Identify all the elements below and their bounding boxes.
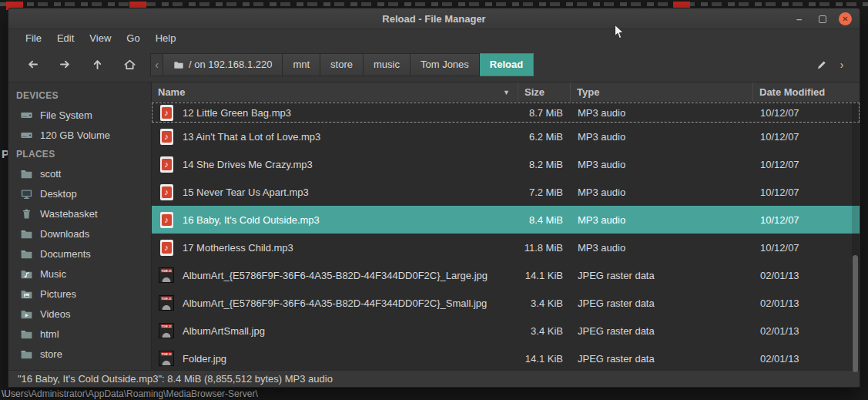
mouse-cursor	[614, 24, 625, 40]
music-folder-icon	[20, 267, 33, 281]
home-button[interactable]	[113, 52, 146, 77]
drive-icon	[20, 129, 33, 142]
breadcrumb-label: / on 192.168.1.220	[189, 59, 272, 70]
breadcrumb-store[interactable]: store	[320, 53, 364, 76]
file-date: 10/12/07	[753, 131, 860, 143]
file-type: MP3 audio	[571, 159, 753, 170]
status-text: "16 Baby, It's Cold Outside.mp3": 8.4 Mi…	[18, 373, 333, 385]
menu-edit[interactable]: Edit	[49, 29, 82, 47]
sidebar-item-label: html	[40, 328, 59, 340]
sidebar-item-120gb-volume[interactable]: 120 GB Volume	[8, 125, 151, 145]
file-row[interactable]: ♪15 Never Tear Us Apart.mp3 7.2 MiB MP3 …	[152, 178, 860, 206]
file-date: 02/01/13	[753, 270, 860, 281]
file-size: 8.4 MiB	[518, 214, 571, 226]
title-bar[interactable]: Reload - File Manager – ✕	[8, 8, 860, 29]
menu-view[interactable]: View	[82, 29, 119, 47]
album-art-thumbnail-icon: TOM JONES	[158, 267, 175, 283]
folder-icon	[20, 227, 33, 240]
column-header-type[interactable]: Type	[571, 82, 753, 102]
audio-file-icon: ♪	[158, 156, 175, 173]
file-row[interactable]: ♪13 Ain't That a Lot of Love.mp3 6.2 MiB…	[152, 123, 860, 150]
folder-icon	[20, 328, 33, 341]
trash-icon	[20, 207, 33, 220]
folder-icon	[173, 59, 184, 70]
sidebar-item-label: Documents	[40, 248, 91, 260]
forward-button[interactable]	[49, 52, 81, 77]
menu-help[interactable]: Help	[148, 29, 184, 47]
sidebar-item-store[interactable]: store	[8, 344, 151, 364]
file-list-pane: Name ▼ Size Type Date Modified ♪12 Littl…	[152, 82, 860, 370]
file-row[interactable]: ♪14 She Drives Me Crazy.mp3 8.2 MiB MP3 …	[152, 150, 860, 178]
file-size: 14.1 KiB	[518, 270, 571, 281]
sidebar-item-file-system[interactable]: File System	[8, 105, 151, 125]
background-path-text: \Users\Administrator\AppData\Roaming\Med…	[2, 388, 258, 399]
maximize-button[interactable]	[816, 12, 829, 25]
file-row-selected[interactable]: ♪16 Baby, It's Cold Outside.mp3 8.4 MiB …	[152, 206, 860, 234]
home-icon	[123, 58, 136, 71]
sidebar-item-documents[interactable]: Documents	[8, 244, 151, 264]
file-row[interactable]: TOM JONESFolder.jpg 14.1 KiB JPEG raster…	[152, 345, 860, 370]
column-header-size[interactable]: Size	[518, 82, 571, 102]
file-date: 10/12/07	[753, 159, 860, 170]
main-area: DEVICES File System 120 GB Volume PLACES…	[8, 82, 860, 370]
sidebar-item-desktop[interactable]: Desktop	[8, 183, 151, 203]
file-name: 16 Baby, It's Cold Outside.mp3	[183, 214, 320, 226]
back-button[interactable]	[16, 52, 49, 77]
file-name: AlbumArtSmall.jpg	[183, 325, 265, 337]
sidebar-item-downloads[interactable]: Downloads	[8, 224, 151, 244]
album-art-thumbnail-icon: TOM JONES	[158, 295, 175, 311]
up-button[interactable]	[81, 52, 113, 77]
sidebar-item-html[interactable]: html	[8, 324, 151, 344]
pencil-icon	[816, 59, 828, 71]
sidebar-item-label: Music	[40, 268, 66, 280]
file-row[interactable]: TOM JONESAlbumArt_{E5786F9F-36F6-4A35-B8…	[152, 289, 860, 317]
audio-file-icon: ♪	[158, 212, 175, 228]
sidebar-item-videos[interactable]: Videos	[8, 304, 151, 324]
sidebar-item-label: Downloads	[40, 228, 89, 240]
sidebar-item-scott[interactable]: scott	[8, 163, 151, 183]
file-size: 3.4 KiB	[518, 297, 571, 309]
folder-icon	[20, 247, 33, 261]
file-type: JPEG raster data	[571, 325, 753, 337]
sidebar-item-wastebasket[interactable]: Wastebasket	[8, 203, 151, 224]
file-row[interactable]: TOM JONESAlbumArtSmall.jpg 3.4 KiB JPEG …	[152, 317, 860, 345]
column-header-row: Name ▼ Size Type Date Modified	[152, 82, 860, 103]
forward-arrow-icon	[59, 58, 72, 71]
sidebar-item-label: Videos	[40, 308, 71, 320]
audio-file-icon: ♪	[158, 240, 175, 256]
file-name: 17 Motherless Child.mp3	[183, 242, 293, 254]
file-row[interactable]: ♪17 Motherless Child.mp3 11.8 MiB MP3 au…	[152, 234, 860, 261]
sort-descending-icon: ▼	[503, 89, 510, 96]
file-row[interactable]: ♪12 Little Green Bag.mp3 8.7 MiB MP3 aud…	[152, 103, 860, 123]
sidebar-item-pictures[interactable]: Pictures	[8, 284, 151, 304]
breadcrumb-root[interactable]: / on 192.168.1.220	[163, 53, 283, 76]
sidebar-item-nas2[interactable]: NAS2	[8, 364, 151, 370]
sidebar-item-music[interactable]: Music	[8, 264, 151, 284]
breadcrumb-music[interactable]: music	[364, 53, 411, 76]
pathbar-scroll-left-button[interactable]: ‹	[150, 53, 163, 76]
vertical-scrollbar[interactable]	[852, 103, 859, 369]
file-date: 10/12/07	[753, 187, 860, 198]
edit-path-button[interactable]	[812, 53, 832, 76]
menu-go[interactable]: Go	[119, 29, 147, 47]
breadcrumb-tom-jones[interactable]: Tom Jones	[411, 53, 480, 76]
column-header-date-modified[interactable]: Date Modified	[753, 82, 860, 102]
column-header-name[interactable]: Name ▼	[152, 82, 518, 102]
scrollbar-thumb[interactable]	[853, 255, 858, 372]
close-button[interactable]: ✕	[839, 12, 852, 25]
file-name: 12 Little Green Bag.mp3	[183, 107, 291, 119]
pathbar-scroll-right-button[interactable]: ›	[832, 53, 852, 76]
menu-file[interactable]: File	[18, 29, 49, 47]
status-bar: "16 Baby, It's Cold Outside.mp3": 8.4 Mi…	[8, 370, 860, 387]
desktop-background: P \Users\Administrator\AppData\Roaming\M…	[0, 0, 868, 400]
sidebar-item-label: store	[40, 348, 62, 360]
audio-file-icon: ♪	[158, 129, 175, 145]
file-size: 7.2 MiB	[518, 187, 571, 198]
minimize-button[interactable]: –	[793, 12, 806, 25]
desktop-icon	[20, 187, 33, 200]
window-title: Reload - File Manager	[382, 13, 485, 25]
breadcrumb-mnt[interactable]: mnt	[283, 53, 320, 76]
file-size: 6.2 MiB	[518, 131, 571, 143]
file-row[interactable]: TOM JONESAlbumArt_{E5786F9F-36F6-4A35-B8…	[152, 261, 860, 289]
breadcrumb-reload-current[interactable]: Reload	[480, 53, 534, 76]
